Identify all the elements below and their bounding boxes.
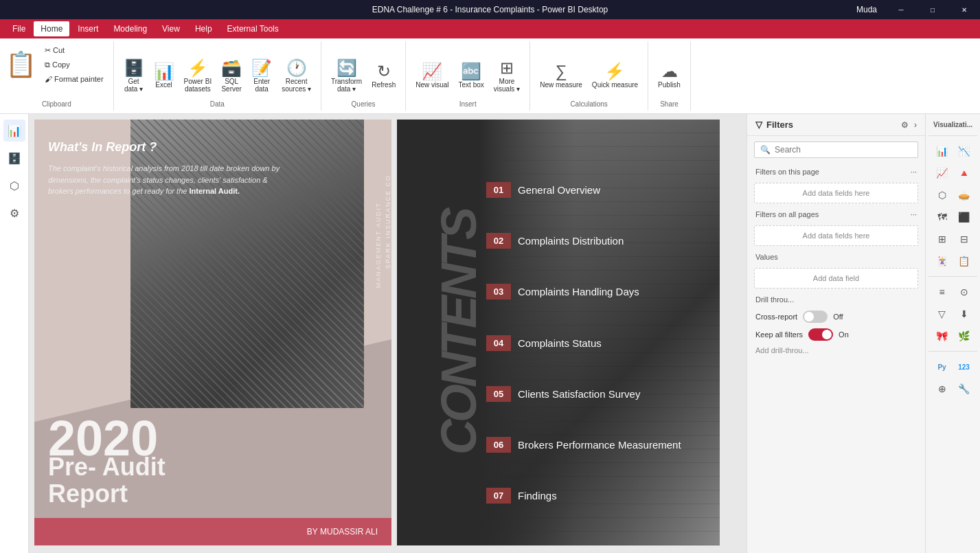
- viz-column-chart[interactable]: 📉: [955, 142, 974, 161]
- viz-r-visual[interactable]: 123: [955, 357, 974, 376]
- keep-all-filters-toggle[interactable]: [808, 328, 833, 341]
- viz-funnel[interactable]: ▽: [933, 304, 952, 324]
- transform-data-button[interactable]: 🔄 Transformdata ▾: [327, 57, 366, 95]
- excel-button[interactable]: 📊 Excel: [150, 60, 179, 91]
- new-measure-button[interactable]: ∑ New measure: [536, 60, 586, 91]
- queries-label: Queries: [321, 100, 405, 108]
- nav-report-icon[interactable]: 📊: [3, 120, 25, 142]
- new-visual-button[interactable]: 📈 New visual: [411, 60, 453, 91]
- viz-decomp-tree[interactable]: 🌿: [955, 326, 974, 346]
- values-drop-zone[interactable]: Add data field: [754, 268, 918, 289]
- report-page-1[interactable]: SPARK INSURANCE CO MANAGEMENT AUDIT What…: [34, 120, 391, 545]
- power-bi-datasets-button[interactable]: ⚡ Power BIdatasets: [180, 57, 216, 95]
- viz-format[interactable]: 🔧: [955, 379, 974, 398]
- text-box-button[interactable]: 🔤 Text box: [455, 60, 488, 91]
- maximize-button[interactable]: □: [917, 0, 948, 19]
- viz-row-3: ⬡ 🥧: [928, 185, 977, 205]
- viz-gauge[interactable]: ⊙: [955, 282, 974, 302]
- menu-view[interactable]: View: [155, 21, 187, 36]
- report-page-2[interactable]: CONTENTS 01 General Overview 02 Complain…: [397, 120, 720, 545]
- values-label: Values: [755, 253, 778, 261]
- calculations-section: ∑ New measure ⚡ Quick measure Calculatio…: [530, 41, 648, 111]
- format-painter-button[interactable]: 🖌 Format painter: [41, 73, 108, 85]
- clipboard-sub: ✂ Cut ⧉ Copy 🖌 Format painter: [41, 44, 108, 85]
- viz-matrix-chart[interactable]: ⊟: [955, 229, 974, 249]
- nav-data-icon[interactable]: 🗄️: [3, 147, 25, 169]
- viz-line-chart[interactable]: 📈: [933, 163, 952, 183]
- filters-all-pages-drop-text: Add data fields here: [803, 232, 870, 240]
- menu-modeling[interactable]: Modeling: [106, 21, 154, 36]
- nav-dax-icon[interactable]: ⚙: [3, 202, 25, 224]
- publish-icon: ☁: [661, 63, 678, 80]
- search-icon: 🔍: [760, 145, 771, 155]
- viz-pie-chart[interactable]: 🥧: [955, 185, 974, 205]
- canvas-area[interactable]: SPARK INSURANCE CO MANAGEMENT AUDIT What…: [29, 114, 747, 553]
- filters-panel-settings-icon[interactable]: ⚙: [901, 120, 909, 130]
- sql-server-button[interactable]: 🗃️ SQLServer: [217, 57, 246, 95]
- page2-num-2: 02: [486, 233, 511, 249]
- ribbon: 📋 ✂ Cut ⧉ Copy 🖌 Format painter Clipboar…: [0, 38, 980, 114]
- viz-bar-chart[interactable]: 📊: [933, 142, 952, 161]
- viz-treemap[interactable]: ⬛: [955, 207, 974, 227]
- paste-icon: 📋: [5, 50, 36, 79]
- clipboard-paste: 📋 ✂ Cut ⧉ Copy 🖌 Format painter: [5, 44, 108, 85]
- cut-button[interactable]: ✂ Cut: [41, 44, 108, 57]
- menu-help[interactable]: Help: [188, 21, 219, 36]
- more-visuals-button[interactable]: ⊞ Morevisuals ▾: [490, 57, 524, 95]
- queries-buttons: 🔄 Transformdata ▾ ↻ Refresh: [327, 44, 400, 108]
- copy-button[interactable]: ⧉ Copy: [41, 58, 108, 71]
- quick-measure-button[interactable]: ⚡ Quick measure: [588, 60, 642, 91]
- viz-ribbon[interactable]: 🎀: [933, 326, 952, 346]
- visualizations-panel: Visualizati... 📊 📉 📈 🔺 ⬡ 🥧 🗺 ⬛ ⊞ ⊟ 🃏 📋: [925, 114, 980, 553]
- filters-search-input[interactable]: [775, 145, 912, 155]
- menu-bar: File Home Insert Modeling View Help Exte…: [0, 19, 980, 38]
- menu-file[interactable]: File: [5, 21, 32, 36]
- viz-multi-row-card[interactable]: 📋: [955, 251, 974, 271]
- insert-buttons: 📈 New visual 🔤 Text box ⊞ Morevisuals ▾: [411, 44, 524, 108]
- menu-external-tools[interactable]: External Tools: [220, 21, 286, 36]
- viz-more[interactable]: ⊕: [933, 379, 952, 398]
- quick-measure-icon: ⚡: [604, 63, 625, 80]
- menu-insert[interactable]: Insert: [71, 21, 105, 36]
- enter-data-button[interactable]: 📝 Enterdata: [247, 57, 276, 95]
- page2-contents-text: CONTENTS: [438, 120, 479, 545]
- cross-report-toggle[interactable]: [803, 311, 828, 323]
- quick-measure-label: Quick measure: [592, 81, 638, 89]
- filters-on-page-more[interactable]: ···: [911, 168, 917, 176]
- insert-section: 📈 New visual 🔤 Text box ⊞ Morevisuals ▾ …: [406, 41, 530, 111]
- filters-search-box[interactable]: 🔍: [754, 142, 918, 158]
- publish-button[interactable]: ☁ Publish: [654, 60, 685, 91]
- menu-home[interactable]: Home: [34, 21, 69, 36]
- viz-py-visual[interactable]: Py: [933, 357, 952, 376]
- viz-panel-title: Visualizati...: [928, 120, 977, 130]
- filters-on-page-label: Filters on this page: [755, 168, 819, 176]
- nav-model-icon[interactable]: ⬡: [3, 174, 25, 196]
- viz-area-chart[interactable]: 🔺: [955, 163, 974, 183]
- viz-table-chart[interactable]: ⊞: [933, 229, 952, 249]
- new-visual-icon: 📈: [422, 63, 442, 80]
- page2-num-3: 03: [486, 284, 511, 300]
- close-button[interactable]: ✕: [948, 0, 980, 19]
- recent-sources-button[interactable]: 🕐 Recentsources ▾: [277, 57, 315, 95]
- minimize-button[interactable]: ─: [885, 0, 917, 19]
- viz-slicer[interactable]: ≡: [933, 282, 952, 302]
- enter-data-label: Enterdata: [253, 78, 270, 93]
- get-data-button[interactable]: 🗄️ Getdata ▾: [119, 57, 148, 95]
- page2-items: 01 General Overview 02 Complaints Distri…: [486, 140, 720, 545]
- filters-all-pages-drop-zone[interactable]: Add data fields here: [754, 225, 918, 246]
- viz-card[interactable]: 🃏: [933, 251, 952, 271]
- filters-panel-expand-icon[interactable]: ›: [914, 120, 917, 130]
- filters-on-all-pages-more[interactable]: ···: [911, 210, 917, 218]
- viz-map-chart[interactable]: 🗺: [933, 207, 952, 227]
- viz-row-6: 🃏 📋: [928, 251, 977, 271]
- refresh-button[interactable]: ↻ Refresh: [367, 60, 400, 91]
- viz-row-7: ≡ ⊙: [928, 282, 977, 302]
- viz-scatter-chart[interactable]: ⬡: [933, 185, 952, 205]
- new-visual-label: New visual: [415, 81, 448, 89]
- page2-label-3: Complaints Handling Days: [518, 286, 639, 297]
- cross-report-knob: [804, 312, 814, 321]
- viz-waterfall[interactable]: ⬇: [955, 304, 974, 324]
- filters-page-drop-zone[interactable]: Add data fields here: [754, 183, 918, 203]
- new-measure-label: New measure: [540, 81, 582, 89]
- add-drill-through-link[interactable]: Add drill-throu...: [747, 343, 925, 357]
